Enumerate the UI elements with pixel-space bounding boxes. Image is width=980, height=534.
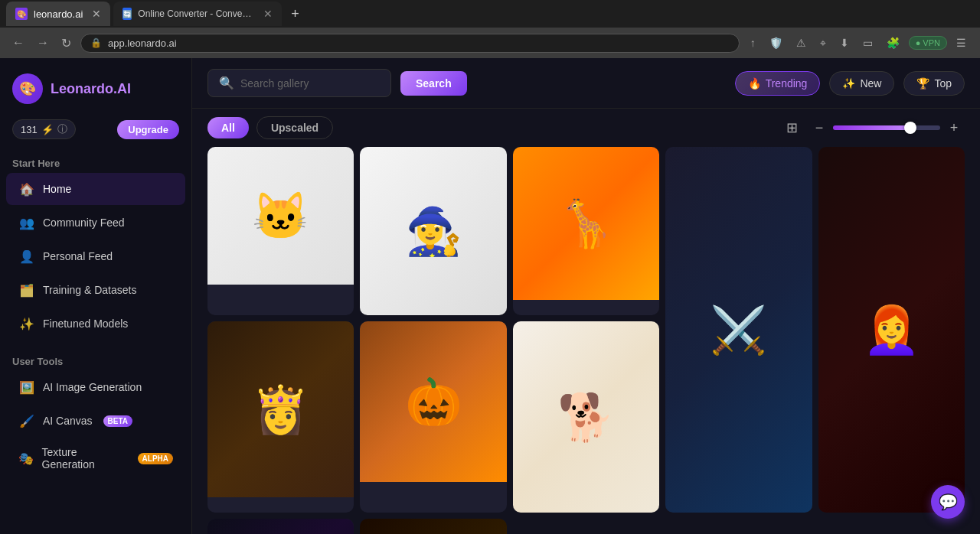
gallery-item-1[interactable]: 🐱 ⧉ ✏ ⤢ [207, 147, 354, 315]
address-bar[interactable]: 🔒 app.leonardo.ai [80, 34, 740, 53]
top-button[interactable]: 🏆 Top [903, 71, 965, 96]
share-overlay-icon-9[interactable]: ⧉ [214, 525, 232, 534]
chat-icon: 💬 [939, 493, 958, 511]
sidebar-item-ai-image[interactable]: 🖼️ AI Image Generation [6, 371, 185, 403]
share-overlay-icon-6[interactable]: ⧉ [214, 327, 232, 346]
search-icon: 🔍 [219, 76, 234, 90]
search-button[interactable]: Search [400, 71, 467, 96]
logo-text: Leonardo.AI [51, 81, 131, 97]
download-button[interactable]: ⬇ [835, 34, 854, 52]
url-text: app.leonardo.ai [108, 37, 177, 49]
tab-close-btn[interactable]: ✕ [92, 8, 101, 20]
share-overlay-icon-7[interactable]: ⧉ [366, 327, 384, 346]
gallery: 🐱 ⧉ ✏ ⤢ 🧙‍♀️ ⧉ ✏ [192, 147, 980, 534]
fire-icon: 🔥 [748, 77, 761, 90]
cursor-button[interactable]: ⌖ [815, 34, 831, 53]
community-icon: 👥 [18, 214, 35, 231]
expand-overlay-icon[interactable]: ⤢ [256, 153, 275, 171]
grid-view-button[interactable]: ⊞ [783, 116, 801, 139]
gallery-item-8[interactable]: 🐕 [513, 321, 659, 513]
sidebar-item-label: Finetuned Models [43, 317, 128, 330]
top-label: Top [934, 77, 952, 90]
new-button[interactable]: ✨ New [829, 71, 894, 96]
edit-overlay-icon-2[interactable]: ✏ [387, 153, 406, 171]
upscaled-filter-button[interactable]: Upscaled [256, 116, 333, 139]
sidebar: 🎨 Leonardo.AI 131 ⚡ ⓘ Upgrade Start Here… [0, 58, 192, 534]
nav-actions: ↑ 🛡️ ⚠ ⌖ ⬇ ▭ 🧩 ● VPN ☰ [746, 34, 971, 53]
sidebar-item-personal[interactable]: 👤 Personal Feed [6, 240, 185, 272]
search-box[interactable]: 🔍 [207, 69, 391, 97]
new-tab-button[interactable]: + [285, 6, 305, 22]
triangle-button[interactable]: ⚠ [792, 34, 811, 52]
personal-icon: 👤 [18, 248, 35, 265]
edit-overlay-icon-7[interactable]: ✏ [387, 327, 406, 346]
gallery-item-6[interactable]: 👸 ⧉ ✏ ⤢ [207, 321, 354, 513]
sidebar-item-ai-canvas[interactable]: 🖌️ AI Canvas BETA [6, 405, 185, 437]
overlay-icons: ⧉ ✏ ⤢ [214, 153, 275, 171]
edit-overlay-icon-4[interactable]: ✏ [693, 153, 711, 171]
expand-overlay-icon-6[interactable]: ⤢ [256, 327, 275, 346]
expand-overlay-icon-2[interactable]: ⤢ [409, 153, 427, 171]
search-input[interactable] [240, 77, 380, 90]
gallery-item-9[interactable]: 🌲 ⧉ ✏ [207, 519, 354, 534]
edit-overlay-icon-5[interactable]: ✏ [846, 153, 864, 171]
share-overlay-icon-5[interactable]: ⧉ [825, 153, 843, 171]
refresh-button[interactable]: ↻ [58, 33, 74, 54]
zoom-slider[interactable] [833, 125, 940, 130]
gallery-item-7[interactable]: 🎃 ⧉ ✏ ⤢ [360, 321, 506, 513]
beta-badge: BETA [103, 415, 132, 427]
token-badge: 131 ⚡ ⓘ [12, 119, 76, 139]
lock-icon: 🔒 [90, 37, 102, 48]
sidebar-item-finetuned[interactable]: ✨ Finetuned Models [6, 308, 185, 340]
info-icon[interactable]: ⓘ [57, 122, 67, 136]
extensions-button[interactable]: 🧩 [882, 34, 904, 52]
sidebar-item-training[interactable]: 🗂️ Training & Datasets [6, 274, 185, 306]
all-filter-button[interactable]: All [207, 117, 249, 138]
share-overlay-icon-10[interactable]: ⧉ [366, 525, 384, 534]
active-tab[interactable]: 🎨 leonardo.ai ✕ [6, 2, 110, 26]
chat-button[interactable]: 💬 [931, 485, 965, 519]
sidebar-item-label: AI Image Generation [43, 381, 142, 393]
zoom-in-button[interactable]: + [943, 117, 965, 138]
sidebar-item-label: Community Feed [43, 217, 125, 229]
sidebar-item-texture[interactable]: 🎭 Texture Generation ALPHA [6, 438, 185, 478]
gallery-item-3[interactable]: 🦒 [513, 147, 659, 315]
share-overlay-icon-4[interactable]: ⧉ [671, 153, 690, 171]
edit-overlay-icon[interactable]: ✏ [235, 153, 253, 171]
sidebar-toggle[interactable]: ▭ [858, 34, 877, 52]
share-button[interactable]: ↑ [746, 34, 760, 52]
gallery-item-2[interactable]: 🧙‍♀️ ⧉ ✏ ⤢ [360, 147, 506, 315]
app-container: 🎨 Leonardo.AI 131 ⚡ ⓘ Upgrade Start Here… [0, 58, 980, 534]
expand-overlay-icon-7[interactable]: ⤢ [409, 327, 427, 346]
shield-button[interactable]: 🛡️ [765, 34, 787, 52]
menu-button[interactable]: ☰ [952, 34, 971, 52]
expand-overlay-icon-10[interactable]: ⤢ [409, 525, 427, 534]
overlay-icons-5: ⧉ ✏ ⤢ [825, 153, 886, 171]
upgrade-button[interactable]: Upgrade [117, 120, 179, 139]
gallery-item-10[interactable]: 🐒 ⧉ ✏ ⤢ [360, 519, 506, 534]
back-button[interactable]: ← [9, 33, 28, 53]
edit-overlay-icon-6[interactable]: ✏ [235, 327, 253, 346]
ai-image-icon: 🖼️ [18, 379, 35, 396]
edit-overlay-icon-9[interactable]: ✏ [235, 525, 253, 534]
tab2-close-btn[interactable]: ✕ [263, 8, 273, 20]
sidebar-item-community[interactable]: 👥 Community Feed [6, 207, 185, 239]
sidebar-item-home[interactable]: 🏠 Home [6, 173, 185, 205]
forward-button[interactable]: → [34, 33, 52, 53]
vpn-badge: ● VPN [909, 36, 947, 50]
gallery-item-4[interactable]: ⚔️ ⧉ ✏ ⤢ [665, 147, 812, 513]
overlay-icons-9: ⧉ ✏ [214, 525, 253, 534]
expand-overlay-icon-5[interactable]: ⤢ [867, 153, 886, 171]
gallery-item-5[interactable]: 👩‍🦰 ⧉ ✏ ⤢ [818, 147, 965, 513]
inactive-tab[interactable]: 🔄 Online Converter - Convert Image, Vi..… [113, 2, 282, 26]
share-overlay-icon-2[interactable]: ⧉ [366, 153, 384, 171]
filter-bar: All Upscaled ⊞ − + [192, 109, 980, 147]
trending-button[interactable]: 🔥 Trending [735, 71, 821, 96]
sidebar-item-label: Home [43, 183, 71, 195]
share-overlay-icon[interactable]: ⧉ [214, 153, 232, 171]
expand-overlay-icon-4[interactable]: ⤢ [714, 153, 733, 171]
gallery-grid: 🐱 ⧉ ✏ ⤢ 🧙‍♀️ ⧉ ✏ [207, 147, 965, 534]
edit-overlay-icon-10[interactable]: ✏ [387, 525, 406, 534]
zoom-out-button[interactable]: − [808, 117, 830, 138]
new-label: New [860, 77, 881, 90]
